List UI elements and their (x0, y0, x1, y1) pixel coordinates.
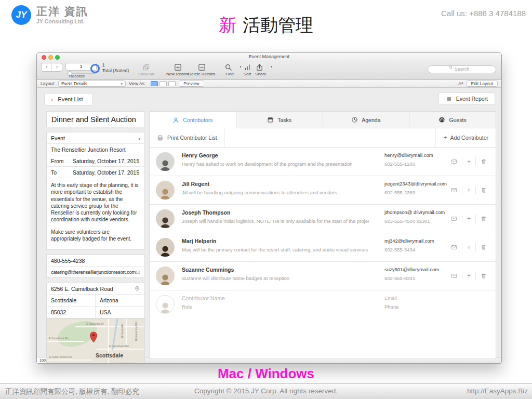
city-field[interactable]: Scottsdale (47, 295, 96, 306)
preview-button[interactable]: Preview (179, 81, 204, 87)
form-view-icon[interactable] (151, 81, 158, 86)
table-view-icon[interactable] (168, 81, 176, 86)
map-road-label: E Indian School Rd (49, 355, 72, 358)
map-district-label: SOUTH SCOTTSDALE (109, 363, 137, 364)
printer-icon (157, 135, 164, 141)
email-contributor-button[interactable] (446, 215, 462, 223)
event-type-dropdown[interactable]: Event (47, 132, 144, 144)
contributor-row[interactable]: Henry George Henry has asked to work on … (150, 148, 496, 176)
search-input[interactable] (428, 65, 496, 73)
person-silhouette-icon (157, 300, 173, 314)
street-row[interactable]: 6256 E. Camelback Road (47, 283, 144, 295)
show-all-icon (142, 63, 150, 71)
share-icon (256, 63, 263, 71)
map-road (47, 360, 92, 361)
add-contact-button[interactable]: + (462, 215, 476, 223)
event-notes-field[interactable]: At this early stage of the planning, it … (47, 178, 144, 249)
venue-phone-field[interactable]: 480-555-4238 (47, 255, 144, 267)
event-management-window: Event Management 1 Records 1 Total (Sort… (36, 52, 502, 364)
close-window-button[interactable] (42, 55, 46, 60)
from-date-row[interactable]: From Saturday, October 17, 2015 (47, 155, 144, 167)
delete-record-button[interactable]: Delete Record (185, 63, 218, 76)
edit-layout-button[interactable]: Edit Layout (466, 81, 498, 87)
email-contributor-button[interactable] (446, 243, 462, 251)
zoom-window-button[interactable] (55, 55, 60, 60)
tab-bar: Contributors Tasks Agenda Guests (150, 112, 496, 128)
contributor-phone-placeholder[interactable]: Phone (384, 304, 398, 310)
envelope-icon[interactable] (136, 269, 140, 275)
add-contact-button[interactable]: + (462, 243, 476, 251)
tab-guests[interactable]: Guests (409, 112, 496, 128)
found-set-pie-icon[interactable] (90, 64, 100, 73)
map-road-label: E Camelback Rd (109, 344, 129, 348)
map-road-label: N Hayden Rd (121, 324, 124, 338)
event-title-field[interactable]: Dinner and Silent Auction (46, 111, 145, 127)
contributor-row[interactable]: Joseph Thompson Joseph will handle initi… (150, 205, 496, 233)
delete-contributor-button[interactable] (476, 215, 491, 223)
contributors-panel: Contributors Tasks Agenda Guests (149, 111, 496, 359)
add-contact-button[interactable]: + (462, 186, 476, 194)
contributors-toolbar: Print Contributor List Add Contributor (150, 128, 496, 148)
contributor-row[interactable]: Jill Regent Jill will be handling outgoi… (150, 176, 496, 205)
venue-email-row[interactable]: catering@therensellierjunctionresort.com (47, 267, 144, 277)
to-date-row[interactable]: To Saturday, October 17, 2015 (47, 167, 144, 178)
add-contributor-button[interactable]: Add Contributor (435, 128, 496, 147)
call-us-text: Call us: +886 3 4784188 (441, 9, 526, 18)
people-icon (438, 116, 445, 123)
contributor-role-placeholder[interactable]: Role (182, 304, 192, 310)
layout-popup[interactable]: Event Details (58, 81, 126, 87)
previous-record-button[interactable] (42, 63, 52, 71)
next-record-button[interactable] (52, 63, 62, 71)
find-icon (224, 63, 232, 71)
avatar (156, 267, 175, 285)
total-count: 1 (102, 62, 129, 68)
avatar (156, 238, 175, 257)
text-formatting-icon[interactable] (458, 81, 463, 86)
layout-label: Layout: (41, 81, 55, 86)
map-marker-icon[interactable] (89, 331, 98, 343)
event-report-button[interactable]: Event Report (438, 92, 495, 105)
share-button[interactable]: Share (249, 63, 272, 76)
contributor-email-placeholder[interactable]: Email (384, 295, 397, 301)
window-title: Event Management (37, 53, 501, 60)
email-contributor-button[interactable] (446, 186, 462, 194)
add-contact-button[interactable]: + (462, 157, 476, 166)
country-field[interactable]: USA (96, 307, 144, 318)
contributor-row[interactable]: Suzanne Cummings Suzanne will distribute… (150, 262, 496, 290)
total-records: 1 Total (Sorted) (102, 62, 129, 74)
contributor-row[interactable]: Marj Helperin Marj will be the primary c… (150, 233, 496, 262)
state-field[interactable]: Arizona (96, 295, 144, 306)
delete-contributor-button[interactable] (476, 186, 491, 194)
map-pin-icon[interactable] (134, 286, 140, 292)
person-silhouette-icon (157, 158, 173, 171)
footer-url: http://EasyApps.Biz (467, 387, 528, 395)
person-silhouette-icon (157, 272, 173, 285)
contributor-name-placeholder[interactable]: Contributor Name (182, 295, 225, 301)
delete-contributor-button[interactable] (476, 272, 491, 280)
add-contact-button[interactable]: + (462, 272, 476, 280)
layout-bar: Layout: Event Details View As: Preview E… (37, 80, 501, 88)
print-contributor-list-button[interactable]: Print Contributor List (150, 128, 225, 147)
new-record-icon (174, 63, 182, 71)
avatar (156, 152, 175, 171)
toolbar-search (428, 63, 496, 71)
delete-contributor-button[interactable] (476, 243, 491, 251)
venue-field[interactable]: The Rensellier Junction Resort (47, 144, 144, 155)
map-road (126, 319, 127, 345)
trash-icon (481, 273, 487, 279)
zip-field[interactable]: 85032 (47, 307, 96, 318)
map-road-label: E McDonald Dr (86, 322, 104, 325)
tab-contributors[interactable]: Contributors (150, 112, 236, 128)
venue-map[interactable]: E McDonald Dr E Camelback Rd E Camelback… (47, 318, 144, 364)
event-list-back-button[interactable]: Event List (44, 93, 93, 105)
delete-contributor-button[interactable] (476, 157, 491, 166)
email-contributor-button[interactable] (446, 157, 462, 166)
tab-tasks[interactable]: Tasks (236, 112, 323, 128)
minimize-window-button[interactable] (48, 55, 53, 60)
empty-contributor-row[interactable]: Contributor Name Role Email Phone (150, 290, 496, 318)
tab-agenda[interactable]: Agenda (323, 112, 410, 128)
email-contributor-button[interactable] (446, 272, 462, 280)
show-all-button[interactable]: Show All (129, 63, 163, 76)
list-view-icon[interactable] (159, 81, 167, 86)
window-titlebar: Event Management (37, 53, 501, 60)
